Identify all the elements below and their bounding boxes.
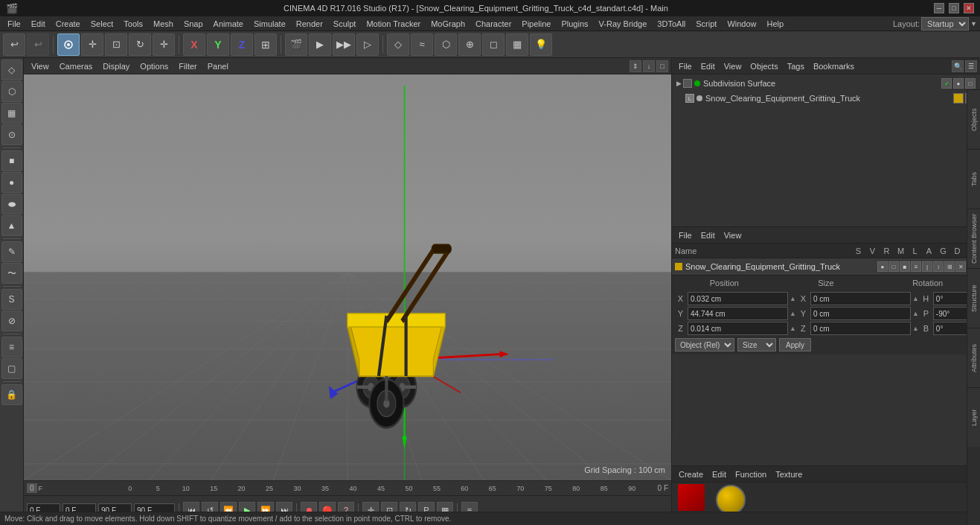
mat-menu-texture[interactable]: Texture bbox=[772, 468, 806, 480]
coord-z-size-input[interactable] bbox=[810, 322, 911, 335]
apply-button[interactable]: Apply bbox=[779, 338, 811, 351]
tab-content-browser[interactable]: Content Browser bbox=[967, 209, 980, 268]
layout-dropdown[interactable]: Startup bbox=[921, 17, 969, 31]
camera-button[interactable]: 🎬 bbox=[285, 34, 307, 56]
vp-menu-view[interactable]: View bbox=[27, 60, 54, 72]
menu-animate[interactable]: Animate bbox=[209, 18, 248, 30]
menu-mesh[interactable]: Mesh bbox=[149, 18, 178, 30]
menu-tools[interactable]: Tools bbox=[119, 18, 147, 30]
render-region-button[interactable]: ▶ bbox=[309, 34, 331, 56]
scale-tool-button[interactable]: ⊡ bbox=[105, 34, 127, 56]
deformer-button[interactable]: S bbox=[1, 289, 22, 310]
coord-z-pos-input[interactable] bbox=[688, 322, 788, 335]
coord-x-up[interactable]: ▲ bbox=[790, 295, 796, 302]
viewport-3d[interactable]: Perspective bbox=[24, 74, 671, 480]
coord-ysize-up[interactable]: ▲ bbox=[912, 310, 919, 317]
vp-menu-filter[interactable]: Filter bbox=[174, 60, 201, 72]
floor-button[interactable]: ≡ bbox=[1, 337, 22, 357]
menu-pipeline[interactable]: Pipeline bbox=[517, 18, 555, 30]
mat-menu-function[interactable]: Function bbox=[731, 468, 770, 480]
coord-y-up[interactable]: ▲ bbox=[790, 310, 796, 317]
attr-icon-3[interactable]: ■ bbox=[900, 261, 910, 272]
sky-button[interactable]: ▢ bbox=[1, 358, 22, 379]
menu-motion-tracker[interactable]: Motion Tracker bbox=[362, 18, 425, 30]
coord-zsize-up[interactable]: ▲ bbox=[912, 325, 919, 332]
maximize-button[interactable]: □ bbox=[949, 3, 959, 13]
attr-icon-6[interactable]: ↕ bbox=[933, 261, 944, 272]
edge-tool-button[interactable]: ▦ bbox=[1, 103, 22, 124]
tab-attributes[interactable]: Attributes bbox=[967, 328, 980, 387]
vp-menu-display[interactable]: Display bbox=[98, 60, 134, 72]
redo-button[interactable]: ↩ bbox=[27, 34, 49, 56]
om-menu-tags[interactable]: Tags bbox=[784, 60, 808, 72]
attr-icon-8[interactable]: ✕ bbox=[955, 261, 966, 272]
attr-icon-1[interactable]: ● bbox=[877, 261, 888, 272]
menu-select[interactable]: Select bbox=[86, 18, 118, 30]
vp-menu-cameras[interactable]: Cameras bbox=[55, 60, 97, 72]
mat-menu-create[interactable]: Create bbox=[675, 468, 707, 480]
vp-menu-options[interactable]: Options bbox=[135, 60, 173, 72]
undo-button[interactable]: ↩ bbox=[3, 34, 25, 56]
transform-button[interactable]: ✛ bbox=[153, 34, 175, 56]
minimize-button[interactable]: ─ bbox=[934, 3, 944, 13]
y-axis-button[interactable]: Y bbox=[207, 34, 229, 56]
menu-snap[interactable]: Snap bbox=[179, 18, 208, 30]
viewport-icon-2[interactable]: ↓ bbox=[643, 60, 655, 72]
tab-tabs[interactable]: Tabs bbox=[967, 149, 980, 209]
cone-button[interactable]: ▲ bbox=[1, 215, 22, 236]
render-active-button[interactable]: ▷ bbox=[356, 34, 379, 56]
attr-icon-4[interactable]: ≡ bbox=[911, 261, 921, 272]
spline-button[interactable]: 〜 bbox=[1, 263, 22, 284]
render-button[interactable]: ▶▶ bbox=[333, 34, 355, 56]
coord-x-size-input[interactable] bbox=[810, 292, 911, 305]
polygon-tool-button[interactable]: ⬡ bbox=[1, 81, 22, 102]
menu-character[interactable]: Character bbox=[471, 18, 516, 30]
om-config-icon[interactable]: ☰ bbox=[965, 60, 977, 72]
menu-script[interactable]: Script bbox=[691, 18, 721, 30]
viewport-icon-1[interactable]: ⇕ bbox=[630, 60, 641, 72]
cylinder-button[interactable]: ⬬ bbox=[1, 194, 22, 214]
coord-y-pos-input[interactable] bbox=[688, 307, 788, 320]
workplane-button[interactable]: ◻ bbox=[482, 34, 505, 56]
menu-render[interactable]: Render bbox=[292, 18, 327, 30]
z-axis-button[interactable]: Z bbox=[231, 34, 253, 56]
brush-button[interactable]: ⊘ bbox=[1, 311, 22, 331]
world-axis-button[interactable]: ⊞ bbox=[254, 34, 277, 56]
attr-icon-5[interactable]: | bbox=[922, 261, 932, 272]
tab-layer[interactable]: Layer bbox=[967, 387, 980, 447]
menu-mograph[interactable]: MoGraph bbox=[426, 18, 470, 30]
x-axis-button[interactable]: X bbox=[183, 34, 205, 56]
menu-vray[interactable]: V-Ray Bridge bbox=[595, 18, 652, 30]
cube-button[interactable]: ■ bbox=[1, 150, 22, 171]
om-menu-file[interactable]: File bbox=[675, 60, 696, 72]
menu-edit[interactable]: Edit bbox=[27, 18, 50, 30]
om-search-icon[interactable]: 🔍 bbox=[952, 60, 964, 72]
attr-menu-file[interactable]: File bbox=[675, 229, 696, 241]
lock-button[interactable]: 🔒 bbox=[1, 384, 22, 405]
sphere-button[interactable]: ● bbox=[1, 172, 22, 193]
vp-menu-panel[interactable]: Panel bbox=[203, 60, 233, 72]
viewport-icon-3[interactable]: □ bbox=[656, 60, 668, 72]
coord-x-pos-input[interactable] bbox=[688, 292, 788, 305]
texture-button[interactable]: ≈ bbox=[411, 34, 433, 56]
tab-objects[interactable]: Objects bbox=[967, 89, 980, 149]
mat-menu-edit[interactable]: Edit bbox=[708, 468, 730, 480]
om-item-subdivision[interactable]: ▶ Subdivision Surface ✓ ● □ bbox=[673, 76, 979, 91]
object-tool-button[interactable]: ◇ bbox=[1, 60, 22, 80]
om-visibility-icon[interactable]: ● bbox=[953, 78, 964, 89]
attr-icon-2[interactable]: □ bbox=[888, 261, 899, 272]
om-menu-bookmarks[interactable]: Bookmarks bbox=[810, 60, 858, 72]
om-mat-icon[interactable] bbox=[953, 93, 964, 104]
om-menu-view[interactable]: View bbox=[720, 60, 746, 72]
materials-button[interactable]: ⬡ bbox=[435, 34, 457, 56]
light-button[interactable]: 💡 bbox=[530, 34, 552, 56]
perspective-view-button[interactable]: ◇ bbox=[387, 34, 409, 56]
menu-plugins[interactable]: Plugins bbox=[557, 18, 592, 30]
coord-xsize-up[interactable]: ▲ bbox=[912, 295, 919, 302]
more-button[interactable]: ▦ bbox=[506, 34, 528, 56]
size-mode-dropdown[interactable]: Size Scale bbox=[737, 338, 776, 351]
tab-structure[interactable]: Structure bbox=[967, 268, 980, 328]
menu-file[interactable]: File bbox=[3, 18, 25, 30]
snap-button[interactable]: ⊕ bbox=[458, 34, 481, 56]
menu-3dtoall[interactable]: 3DToAll bbox=[653, 18, 690, 30]
